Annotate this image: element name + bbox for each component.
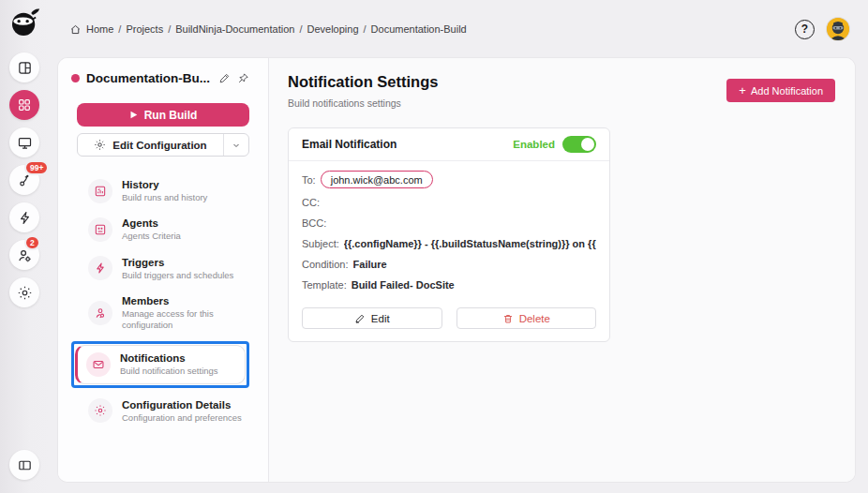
card-actions: Edit Delete — [289, 300, 609, 341]
edit-configuration-label: Edit Configuration — [112, 140, 206, 151]
rail-dashboard-button[interactable] — [9, 52, 39, 82]
run-build-button[interactable]: Run Build — [77, 103, 249, 127]
chevron-down-icon — [231, 140, 242, 151]
trash-icon — [502, 313, 514, 324]
delete-label: Delete — [519, 313, 550, 324]
status-dot — [71, 74, 80, 82]
pencil-icon — [354, 313, 366, 324]
gear-icon — [88, 398, 112, 423]
page-subtitle: Build notifications settings — [288, 97, 438, 109]
configuration-header: Documentation-Bu... — [71, 71, 249, 85]
enabled-toggle[interactable] — [562, 136, 596, 153]
rail-settings-button[interactable] — [9, 277, 39, 307]
configuration-menu: History Build runs and history Agents Ag… — [77, 172, 249, 430]
buildninja-logo-icon[interactable] — [7, 6, 41, 39]
pin-icon[interactable] — [237, 72, 249, 84]
field-subject: Subject: {{.configName}} - {{.buildStatu… — [302, 236, 596, 250]
collapse-sidebar-button[interactable] — [9, 450, 39, 480]
edit-notification-button[interactable]: Edit — [302, 307, 442, 329]
card-body: To: john.wick@abc.com CC: BCC: Subject: … — [289, 161, 609, 300]
breadcrumb-separator: / — [168, 23, 171, 35]
menu-item-triggers[interactable]: Triggers Build triggers and schedules — [77, 249, 249, 288]
field-label: Subject: — [302, 238, 339, 249]
run-build-label: Run Build — [144, 109, 198, 122]
field-template: Template: Build Failed- DocSite — [302, 277, 596, 291]
field-label: BCC: — [302, 217, 326, 229]
breadcrumb-separator: / — [364, 23, 367, 35]
plus-icon: + — [739, 84, 746, 97]
to-recipient-pill: john.wick@abc.com — [321, 171, 433, 188]
history-chart-icon — [88, 179, 112, 203]
field-label: Condition: — [302, 259, 349, 270]
menu-item-members[interactable]: Members Manage access for this configura… — [77, 288, 249, 338]
menu-label: Members — [122, 294, 244, 308]
edit-configuration-button[interactable]: Edit Configuration — [78, 134, 223, 156]
rail-projects-button[interactable] — [9, 90, 39, 120]
user-management-count-badge: 2 — [24, 235, 40, 250]
edit-title-icon[interactable] — [218, 72, 231, 84]
play-icon — [129, 111, 138, 119]
menu-description: Build runs and history — [122, 192, 207, 203]
card-title: Email Notification — [302, 138, 397, 151]
notification-settings-panel: Notification Settings Build notification… — [269, 58, 855, 482]
card-header: Email Notification Enabled — [289, 128, 609, 161]
field-condition: Condition: Failure — [302, 257, 596, 271]
field-to: To: john.wick@abc.com — [302, 171, 596, 188]
field-value: Failure — [353, 259, 387, 270]
add-notification-button[interactable]: + Add Notification — [726, 79, 835, 102]
rail-actions-button[interactable] — [9, 202, 39, 232]
user-avatar[interactable] — [827, 18, 849, 40]
toggle-knob — [581, 138, 594, 151]
page-title: Notification Settings — [288, 73, 438, 91]
help-icon[interactable]: ? — [795, 20, 815, 39]
builds-count-badge: 99+ — [24, 160, 49, 175]
menu-item-notifications[interactable]: Notifications Build notification setting… — [75, 345, 246, 383]
field-label: Template: — [302, 279, 347, 291]
edit-label: Edit — [371, 313, 390, 324]
members-icon — [88, 301, 112, 325]
menu-label: Configuration Details — [122, 398, 242, 412]
home-icon — [69, 23, 82, 36]
menu-label: Triggers — [122, 256, 233, 270]
breadcrumb-project[interactable]: BuildNinja-Documentation — [175, 23, 294, 35]
configuration-sidebar: Documentation-Bu... Run Build — [58, 58, 269, 482]
breadcrumb-branch[interactable]: Developing — [307, 23, 358, 35]
content-panels: Documentation-Bu... Run Build — [58, 58, 855, 482]
field-bcc: BCC: — [302, 216, 596, 230]
menu-label: Agents — [122, 217, 181, 231]
gear-icon — [94, 139, 106, 151]
field-value: Build Failed- DocSite — [352, 279, 455, 291]
breadcrumb-current[interactable]: Documentation-Build — [371, 23, 467, 35]
menu-description: Manage access for this configuration — [122, 308, 244, 332]
menu-description: Agents Criteria — [122, 231, 181, 242]
envelope-icon — [86, 352, 111, 377]
rail-monitor-button[interactable] — [9, 127, 39, 157]
rail-builds-button[interactable]: 99+ — [9, 165, 39, 195]
menu-description: Build notification settings — [120, 366, 218, 377]
menu-description: Configuration and preferences — [122, 412, 242, 424]
selection-highlight: Notifications Build notification setting… — [71, 341, 249, 387]
menu-item-history[interactable]: History Build runs and history — [77, 172, 249, 210]
breadcrumb-separator: / — [118, 23, 121, 35]
menu-item-agents[interactable]: Agents Agents Criteria — [77, 210, 249, 248]
add-notification-label: Add Notification — [751, 85, 823, 97]
agent-icon — [88, 217, 112, 242]
breadcrumb-home[interactable]: Home — [86, 23, 113, 35]
enabled-status-label: Enabled — [513, 139, 555, 150]
menu-description: Build triggers and schedules — [122, 270, 233, 281]
breadcrumb-projects[interactable]: Projects — [126, 23, 163, 35]
menu-label: Notifications — [120, 351, 218, 366]
edit-configuration-dropdown-button[interactable] — [223, 134, 248, 156]
breadcrumb: Home / Projects / BuildNinja-Documentati… — [69, 23, 467, 36]
delete-notification-button[interactable]: Delete — [456, 307, 597, 329]
edit-configuration-split-button: Edit Configuration — [77, 133, 249, 157]
field-label: To: — [302, 174, 316, 186]
field-cc: CC: — [302, 195, 596, 209]
field-value: {{.configName}} - {{.buildStatusName(str… — [344, 238, 596, 249]
menu-item-configuration-details[interactable]: Configuration Details Configuration and … — [77, 392, 249, 430]
field-label: CC: — [302, 197, 320, 208]
rail-user-management-button[interactable]: 2 — [9, 240, 39, 270]
configuration-title: Documentation-Bu... — [86, 71, 212, 85]
menu-label: History — [122, 178, 207, 192]
email-notification-card: Email Notification Enabled To: john.wick… — [288, 127, 610, 342]
